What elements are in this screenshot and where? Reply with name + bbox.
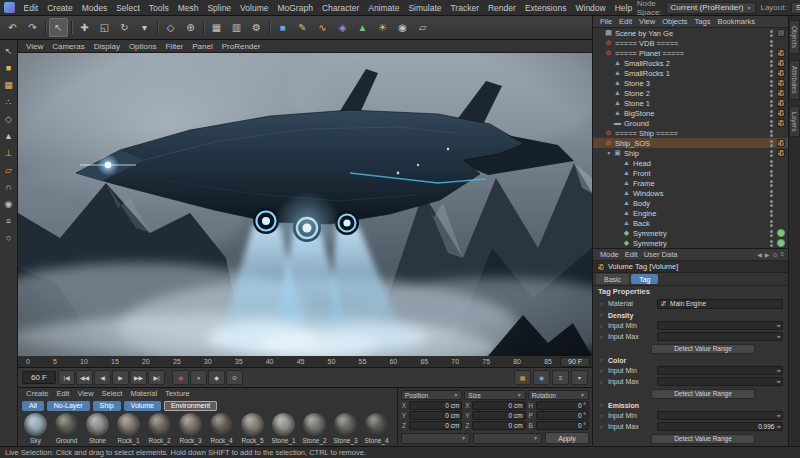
attribute-menu-item[interactable]: Mode bbox=[597, 250, 622, 259]
attribute-row[interactable]: ○ Input Max ◂▸ Input Max bbox=[593, 331, 788, 342]
attribute-row[interactable]: ○ Input Min ◂▸ Input Min bbox=[593, 365, 788, 376]
model-mode-icon[interactable]: ■ bbox=[1, 60, 16, 75]
visibility-dots[interactable] bbox=[770, 40, 773, 47]
panel-tab[interactable]: Layers bbox=[789, 106, 800, 138]
node-space-select[interactable]: Current (ProRender)▼ bbox=[666, 2, 757, 14]
material-layer-tab[interactable]: All bbox=[22, 401, 44, 411]
visibility-dots[interactable] bbox=[770, 100, 773, 107]
object-manager-menu-item[interactable]: Edit bbox=[616, 17, 635, 26]
material-item[interactable]: Stone bbox=[83, 413, 112, 444]
object-tree-row[interactable]: ⊘ ===== Planet ===== bbox=[593, 48, 788, 58]
menu-item[interactable]: Edit bbox=[19, 0, 43, 16]
menu-item[interactable]: Modes bbox=[77, 0, 112, 16]
separator[interactable] bbox=[43, 18, 48, 37]
pen-icon[interactable]: ✎ bbox=[293, 18, 312, 37]
stepper-icon[interactable]: ◂▸ bbox=[776, 323, 781, 328]
menu-item[interactable]: Tracker bbox=[446, 0, 484, 16]
keyframe-dot[interactable]: ○ bbox=[598, 402, 605, 408]
material-tag[interactable] bbox=[777, 239, 785, 247]
object-tree-row[interactable]: ▲ Frame bbox=[593, 178, 788, 188]
menu-item[interactable]: Spline bbox=[203, 0, 236, 16]
object-tree-row[interactable]: ▤ Scene by Yan Ge bbox=[593, 28, 788, 38]
coordinate-units-select[interactable]: ▼ bbox=[473, 433, 542, 444]
visibility-dots[interactable] bbox=[770, 130, 773, 137]
separator[interactable] bbox=[69, 18, 74, 37]
material-thumbnail[interactable] bbox=[24, 413, 47, 436]
visibility-dots[interactable] bbox=[770, 150, 773, 157]
material-tag[interactable] bbox=[777, 119, 785, 127]
attr-menu-icon[interactable]: ≡ bbox=[780, 251, 784, 258]
material-menu-item[interactable]: Edit bbox=[54, 389, 73, 398]
panel-tab[interactable]: Objects bbox=[789, 20, 800, 54]
material-tag[interactable] bbox=[777, 59, 785, 67]
stepper-icon[interactable]: ◂▸ bbox=[776, 424, 781, 429]
viewport-menu-item[interactable]: View bbox=[22, 42, 47, 51]
material-property-value[interactable]: Main Engine bbox=[657, 299, 783, 309]
visibility-dots[interactable] bbox=[770, 190, 773, 197]
keyframe-selection-button[interactable]: ◆ bbox=[208, 370, 225, 385]
next-frame-button[interactable]: ▶▶ bbox=[130, 370, 147, 385]
move-tool-icon[interactable]: ✚ bbox=[75, 18, 94, 37]
material-tag[interactable] bbox=[777, 49, 785, 57]
menu-item[interactable]: Select bbox=[112, 0, 145, 16]
object-tree-row[interactable]: ▲ Engine bbox=[593, 208, 788, 218]
spline-icon[interactable]: ∿ bbox=[313, 18, 332, 37]
coordinate-field[interactable]: 0 cm bbox=[472, 401, 525, 410]
material-menu-item[interactable]: Texture bbox=[162, 389, 193, 398]
autokey-button[interactable]: ● bbox=[190, 370, 207, 385]
material-tag[interactable] bbox=[777, 139, 785, 147]
material-tag[interactable] bbox=[777, 79, 785, 87]
material-item[interactable]: Stone_3 bbox=[331, 413, 360, 444]
coordinate-mode-select[interactable]: Size▼ bbox=[464, 390, 525, 400]
material-thumbnail[interactable] bbox=[241, 413, 264, 436]
object-tree-row[interactable]: ▲ Stone 1 bbox=[593, 98, 788, 108]
visibility-dots[interactable] bbox=[770, 120, 773, 127]
attribute-tab[interactable]: Basic bbox=[596, 274, 629, 284]
menu-item[interactable]: Create bbox=[43, 0, 78, 16]
detect-value-range-button[interactable]: Detect Value Range bbox=[651, 344, 755, 354]
separator[interactable] bbox=[267, 18, 272, 37]
keyframe-dot[interactable]: ○ bbox=[598, 413, 605, 419]
expand-arrow[interactable]: ▾ bbox=[605, 150, 613, 156]
current-frame-field[interactable]: 60 F bbox=[22, 371, 56, 384]
material-item[interactable]: Stone_2 bbox=[300, 413, 329, 444]
stepper-icon[interactable]: ◂▸ bbox=[776, 334, 781, 339]
environment-icon[interactable]: ▱ bbox=[413, 18, 432, 37]
material-item[interactable]: Rock_1 bbox=[114, 413, 143, 444]
object-tree-row[interactable]: ▲ Head bbox=[593, 158, 788, 168]
visibility-dots[interactable] bbox=[770, 230, 773, 237]
material-thumbnail[interactable] bbox=[179, 413, 202, 436]
attribute-tab[interactable]: Tag bbox=[631, 274, 658, 284]
attribute-row[interactable]: ○ Detect Value Range ◂▸ Detect Value Ran… bbox=[593, 432, 788, 445]
object-tree-row[interactable]: ▲ Front bbox=[593, 168, 788, 178]
keyframe-dot[interactable]: ○ bbox=[598, 357, 605, 363]
timeline-end-frame[interactable]: 90 F bbox=[560, 357, 590, 367]
generators-icon[interactable]: ▲ bbox=[353, 18, 372, 37]
attribute-row[interactable]: ○ Color ◂▸ Color bbox=[593, 355, 788, 365]
viewport-menu-item[interactable]: Options bbox=[125, 42, 161, 51]
attr-lock-icon[interactable]: ⊙ bbox=[772, 251, 777, 258]
material-menu-item[interactable]: Material bbox=[127, 389, 160, 398]
stepper-icon[interactable]: ◂▸ bbox=[776, 368, 781, 373]
attribute-row[interactable]: ○ Input Min ◂▸ Input Min bbox=[593, 410, 788, 421]
material-thumbnail[interactable] bbox=[86, 413, 109, 436]
visibility-dots[interactable] bbox=[770, 210, 773, 217]
visibility-dots[interactable] bbox=[770, 30, 773, 37]
stepper-icon[interactable]: ◂▸ bbox=[776, 413, 781, 418]
frame-rate-icon[interactable]: ▾ bbox=[571, 370, 588, 385]
viewport-menu-item[interactable]: Cameras bbox=[48, 42, 88, 51]
material-item[interactable]: Rock_4 bbox=[207, 413, 236, 444]
object-tree-row[interactable]: ⊘ ===== VDB ===== bbox=[593, 38, 788, 48]
coordinate-field[interactable]: 0 cm bbox=[472, 421, 525, 430]
visibility-dots[interactable] bbox=[770, 70, 773, 77]
material-thumbnail[interactable] bbox=[55, 413, 78, 436]
volume-icon[interactable]: ◈ bbox=[333, 18, 352, 37]
attribute-value-field[interactable]: 0.996◂▸ bbox=[657, 422, 783, 431]
material-thumbnail[interactable] bbox=[148, 413, 171, 436]
attribute-row[interactable]: ○ Density ◂▸ Density bbox=[593, 310, 788, 320]
menu-item[interactable]: Tools bbox=[144, 0, 173, 16]
material-tag[interactable] bbox=[777, 99, 785, 107]
material-tag[interactable] bbox=[777, 69, 785, 77]
coordinate-field[interactable]: 0 ° bbox=[536, 401, 589, 410]
global-axis-icon[interactable]: ⊕ bbox=[181, 18, 200, 37]
